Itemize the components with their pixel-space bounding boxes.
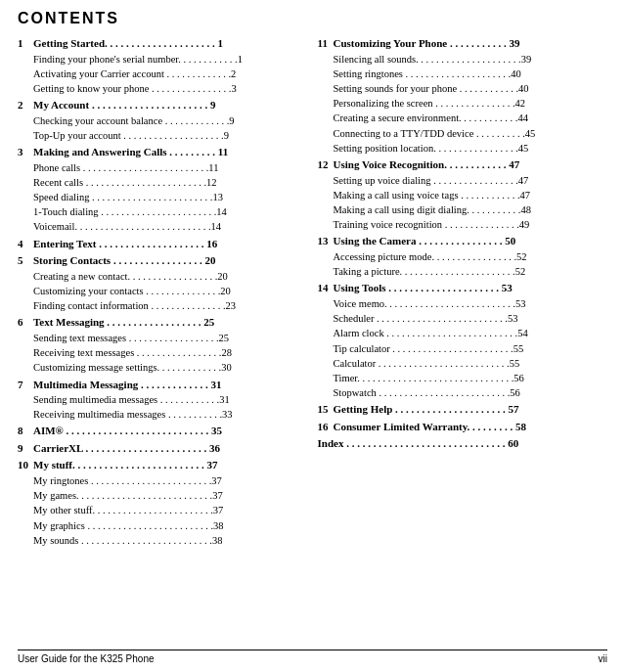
- toc-number: 12: [318, 157, 334, 173]
- toc-sub-row: Speed dialing . . . . . . . . . . . . . …: [18, 190, 308, 204]
- toc-sub-label: Setting position location. . . . . . . .…: [334, 141, 608, 156]
- toc-entry: 15Getting Help . . . . . . . . . . . . .…: [318, 401, 608, 418]
- toc-label: Customizing Your Phone . . . . . . . . .…: [334, 35, 608, 52]
- toc-sub-label: Speed dialing . . . . . . . . . . . . . …: [33, 190, 308, 204]
- toc-sub-row: My ringtones . . . . . . . . . . . . . .…: [18, 473, 308, 488]
- toc-main-row: 1Getting Started. . . . . . . . . . . . …: [18, 35, 308, 52]
- toc-entry: 9CarrierXL . . . . . . . . . . . . . . .…: [18, 440, 308, 457]
- toc-sub-label: My other stuff. . . . . . . . . . . . . …: [33, 503, 308, 517]
- toc-main-row: 5Storing Contacts . . . . . . . . . . . …: [18, 252, 308, 269]
- toc-main-row: 8AIM® . . . . . . . . . . . . . . . . . …: [18, 423, 308, 439]
- toc-sub-label: Getting to know your phone . . . . . . .…: [33, 81, 308, 96]
- toc-main-row: 7Multimedia Messaging . . . . . . . . . …: [18, 377, 308, 393]
- toc-number: 13: [318, 233, 334, 249]
- toc-label: Entering Text . . . . . . . . . . . . . …: [33, 236, 308, 252]
- content-area: 1Getting Started. . . . . . . . . . . . …: [18, 35, 607, 646]
- toc-number: 5: [18, 252, 33, 269]
- toc-sub-row: Customizing message settings. . . . . . …: [18, 360, 308, 375]
- toc-main-row: 12Using Voice Recognition. . . . . . . .…: [318, 157, 608, 173]
- toc-main-row: 14Using Tools . . . . . . . . . . . . . …: [318, 280, 608, 296]
- toc-sub-row: Recent calls . . . . . . . . . . . . . .…: [18, 175, 308, 190]
- toc-sub-row: Tip calculator . . . . . . . . . . . . .…: [318, 341, 608, 356]
- toc-sub-label: Alarm clock . . . . . . . . . . . . . . …: [334, 326, 608, 340]
- toc-sub-label: Voicemail. . . . . . . . . . . . . . . .…: [33, 219, 308, 234]
- toc-sub-row: Personalizing the screen . . . . . . . .…: [318, 96, 608, 111]
- toc-sub-label: Creating a new contact. . . . . . . . . …: [33, 269, 308, 284]
- toc-sub-label: Recent calls . . . . . . . . . . . . . .…: [33, 175, 308, 190]
- toc-sub-label: Making a call using digit dialing. . . .…: [334, 202, 608, 217]
- toc-sub-label: My sounds . . . . . . . . . . . . . . . …: [33, 533, 308, 548]
- toc-sub-label: My games. . . . . . . . . . . . . . . . …: [33, 488, 308, 503]
- toc-number: 3: [18, 144, 33, 160]
- toc-label: AIM® . . . . . . . . . . . . . . . . . .…: [33, 423, 308, 439]
- toc-sub-label: 1-Touch dialing . . . . . . . . . . . . …: [33, 204, 308, 219]
- index-label: Index . . . . . . . . . . . . . . . . . …: [318, 435, 608, 452]
- toc-number: 15: [318, 401, 334, 418]
- toc-sub-row: Stopwatch . . . . . . . . . . . . . . . …: [318, 385, 608, 400]
- page-title: CONTENTS: [18, 10, 607, 27]
- toc-main-row: 6Text Messaging . . . . . . . . . . . . …: [18, 314, 308, 331]
- toc-sub-row: My sounds . . . . . . . . . . . . . . . …: [18, 533, 308, 548]
- toc-sub-label: Stopwatch . . . . . . . . . . . . . . . …: [334, 385, 608, 400]
- toc-sub-row: Sending text messages . . . . . . . . . …: [18, 331, 308, 345]
- right-column: 11Customizing Your Phone . . . . . . . .…: [318, 35, 608, 646]
- toc-entry: 12Using Voice Recognition. . . . . . . .…: [318, 157, 608, 232]
- toc-main-row: 10My stuff. . . . . . . . . . . . . . . …: [18, 457, 308, 473]
- toc-sub-row: Setting position location. . . . . . . .…: [318, 141, 608, 156]
- toc-sub-row: Receiving text messages . . . . . . . . …: [18, 345, 308, 360]
- toc-sub-label: Voice memo. . . . . . . . . . . . . . . …: [334, 296, 608, 311]
- toc-sub-label: Training voice recognition . . . . . . .…: [334, 217, 608, 232]
- toc-sub-row: Finding contact information . . . . . . …: [18, 298, 308, 313]
- toc-sub-label: Customizing your contacts . . . . . . . …: [33, 284, 308, 298]
- toc-entry: 1Getting Started. . . . . . . . . . . . …: [18, 35, 308, 96]
- toc-label: My stuff. . . . . . . . . . . . . . . . …: [33, 457, 308, 473]
- toc-sub-row: My games. . . . . . . . . . . . . . . . …: [18, 488, 308, 503]
- toc-sub-label: Finding contact information . . . . . . …: [33, 298, 308, 313]
- toc-entry: 10My stuff. . . . . . . . . . . . . . . …: [18, 457, 308, 548]
- toc-sub-row: Phone calls . . . . . . . . . . . . . . …: [18, 160, 308, 175]
- toc-sub-label: My ringtones . . . . . . . . . . . . . .…: [33, 473, 308, 488]
- toc-sub-row: Calculator . . . . . . . . . . . . . . .…: [318, 356, 608, 371]
- toc-label: Getting Help . . . . . . . . . . . . . .…: [334, 401, 608, 418]
- left-column: 1Getting Started. . . . . . . . . . . . …: [18, 35, 308, 646]
- toc-main-row: 9CarrierXL . . . . . . . . . . . . . . .…: [18, 440, 308, 457]
- toc-main-row: 11Customizing Your Phone . . . . . . . .…: [318, 35, 608, 52]
- toc-sub-row: Top-Up your account . . . . . . . . . . …: [18, 128, 308, 143]
- toc-sub-row: Setting sounds for your phone . . . . . …: [318, 81, 608, 96]
- toc-main-row: 3Making and Answering Calls . . . . . . …: [18, 144, 308, 160]
- toc-sub-row: Customizing your contacts . . . . . . . …: [18, 284, 308, 298]
- toc-number: 1: [18, 35, 33, 52]
- toc-sub-label: Taking a picture. . . . . . . . . . . . …: [334, 264, 608, 279]
- toc-sub-row: Sending multimedia messages . . . . . . …: [18, 392, 308, 407]
- toc-sub-label: Tip calculator . . . . . . . . . . . . .…: [334, 341, 608, 356]
- toc-sub-row: Creating a new contact. . . . . . . . . …: [18, 269, 308, 284]
- toc-sub-row: Creating a secure environment. . . . . .…: [318, 111, 608, 125]
- toc-sub-label: Setting ringtones . . . . . . . . . . . …: [334, 67, 608, 81]
- toc-sub-row: Making a call using digit dialing. . . .…: [318, 202, 608, 217]
- toc-sub-row: 1-Touch dialing . . . . . . . . . . . . …: [18, 204, 308, 219]
- toc-sub-row: My graphics . . . . . . . . . . . . . . …: [18, 518, 308, 533]
- toc-entry: 16Consumer Limited Warranty. . . . . . .…: [318, 419, 608, 435]
- toc-label: Text Messaging . . . . . . . . . . . . .…: [33, 314, 308, 331]
- toc-sub-row: Setting up voice dialing . . . . . . . .…: [318, 173, 608, 188]
- toc-main-row: 15Getting Help . . . . . . . . . . . . .…: [318, 401, 608, 418]
- toc-label: CarrierXL . . . . . . . . . . . . . . . …: [33, 440, 308, 457]
- toc-label: Getting Started. . . . . . . . . . . . .…: [33, 35, 308, 52]
- toc-number: 16: [318, 419, 334, 435]
- footer-right: vii: [599, 653, 607, 664]
- toc-label: Using Voice Recognition. . . . . . . . .…: [334, 157, 608, 173]
- toc-label: Storing Contacts . . . . . . . . . . . .…: [33, 252, 308, 269]
- toc-entry: 14Using Tools . . . . . . . . . . . . . …: [318, 280, 608, 400]
- toc-entry: 5Storing Contacts . . . . . . . . . . . …: [18, 252, 308, 313]
- toc-sub-row: Taking a picture. . . . . . . . . . . . …: [318, 264, 608, 279]
- toc-entry: 2My Account . . . . . . . . . . . . . . …: [18, 97, 308, 143]
- toc-sub-row: Making a call using voice tags . . . . .…: [318, 188, 608, 202]
- toc-sub-label: Silencing all sounds. . . . . . . . . . …: [334, 52, 608, 67]
- toc-sub-label: My graphics . . . . . . . . . . . . . . …: [33, 518, 308, 533]
- page: CONTENTS 1Getting Started. . . . . . . .…: [0, 0, 625, 672]
- toc-entry: 13Using the Camera . . . . . . . . . . .…: [318, 233, 608, 279]
- toc-sub-label: Creating a secure environment. . . . . .…: [334, 111, 608, 125]
- toc-sub-row: Checking your account balance . . . . . …: [18, 113, 308, 128]
- toc-number: 7: [18, 377, 33, 393]
- toc-sub-label: Setting up voice dialing . . . . . . . .…: [334, 173, 608, 188]
